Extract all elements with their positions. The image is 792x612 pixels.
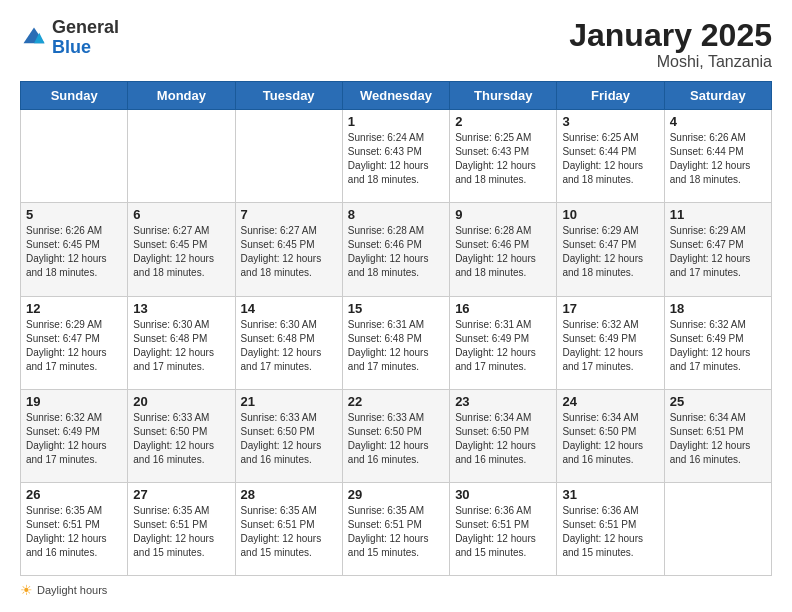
calendar-cell: 10Sunrise: 6:29 AM Sunset: 6:47 PM Dayli… <box>557 203 664 296</box>
calendar: SundayMondayTuesdayWednesdayThursdayFrid… <box>20 81 772 576</box>
day-info: Sunrise: 6:36 AM Sunset: 6:51 PM Dayligh… <box>455 504 551 560</box>
title-block: January 2025 Moshi, Tanzania <box>569 18 772 71</box>
day-number: 31 <box>562 487 658 502</box>
calendar-cell: 22Sunrise: 6:33 AM Sunset: 6:50 PM Dayli… <box>342 389 449 482</box>
day-number: 21 <box>241 394 337 409</box>
day-number: 3 <box>562 114 658 129</box>
calendar-cell: 23Sunrise: 6:34 AM Sunset: 6:50 PM Dayli… <box>450 389 557 482</box>
calendar-day-header: Thursday <box>450 82 557 110</box>
day-info: Sunrise: 6:33 AM Sunset: 6:50 PM Dayligh… <box>133 411 229 467</box>
day-number: 30 <box>455 487 551 502</box>
calendar-cell: 19Sunrise: 6:32 AM Sunset: 6:49 PM Dayli… <box>21 389 128 482</box>
day-info: Sunrise: 6:29 AM Sunset: 6:47 PM Dayligh… <box>26 318 122 374</box>
sun-icon: ☀ <box>20 582 33 598</box>
calendar-cell: 29Sunrise: 6:35 AM Sunset: 6:51 PM Dayli… <box>342 482 449 575</box>
day-info: Sunrise: 6:35 AM Sunset: 6:51 PM Dayligh… <box>133 504 229 560</box>
day-info: Sunrise: 6:27 AM Sunset: 6:45 PM Dayligh… <box>133 224 229 280</box>
day-info: Sunrise: 6:30 AM Sunset: 6:48 PM Dayligh… <box>241 318 337 374</box>
calendar-week-row: 1Sunrise: 6:24 AM Sunset: 6:43 PM Daylig… <box>21 110 772 203</box>
calendar-cell: 16Sunrise: 6:31 AM Sunset: 6:49 PM Dayli… <box>450 296 557 389</box>
day-number: 23 <box>455 394 551 409</box>
day-info: Sunrise: 6:31 AM Sunset: 6:49 PM Dayligh… <box>455 318 551 374</box>
day-info: Sunrise: 6:33 AM Sunset: 6:50 PM Dayligh… <box>241 411 337 467</box>
calendar-cell <box>235 110 342 203</box>
calendar-week-row: 12Sunrise: 6:29 AM Sunset: 6:47 PM Dayli… <box>21 296 772 389</box>
calendar-week-row: 19Sunrise: 6:32 AM Sunset: 6:49 PM Dayli… <box>21 389 772 482</box>
day-number: 20 <box>133 394 229 409</box>
day-number: 19 <box>26 394 122 409</box>
calendar-cell: 1Sunrise: 6:24 AM Sunset: 6:43 PM Daylig… <box>342 110 449 203</box>
logo: General Blue <box>20 18 119 58</box>
day-info: Sunrise: 6:34 AM Sunset: 6:50 PM Dayligh… <box>455 411 551 467</box>
calendar-cell: 14Sunrise: 6:30 AM Sunset: 6:48 PM Dayli… <box>235 296 342 389</box>
day-info: Sunrise: 6:32 AM Sunset: 6:49 PM Dayligh… <box>670 318 766 374</box>
calendar-cell: 20Sunrise: 6:33 AM Sunset: 6:50 PM Dayli… <box>128 389 235 482</box>
day-info: Sunrise: 6:36 AM Sunset: 6:51 PM Dayligh… <box>562 504 658 560</box>
calendar-week-row: 26Sunrise: 6:35 AM Sunset: 6:51 PM Dayli… <box>21 482 772 575</box>
calendar-cell: 7Sunrise: 6:27 AM Sunset: 6:45 PM Daylig… <box>235 203 342 296</box>
day-number: 8 <box>348 207 444 222</box>
logo-icon <box>20 24 48 52</box>
day-number: 4 <box>670 114 766 129</box>
page: General Blue January 2025 Moshi, Tanzani… <box>0 0 792 612</box>
calendar-cell: 2Sunrise: 6:25 AM Sunset: 6:43 PM Daylig… <box>450 110 557 203</box>
day-info: Sunrise: 6:33 AM Sunset: 6:50 PM Dayligh… <box>348 411 444 467</box>
month-title: January 2025 <box>569 18 772 53</box>
day-number: 15 <box>348 301 444 316</box>
calendar-cell: 12Sunrise: 6:29 AM Sunset: 6:47 PM Dayli… <box>21 296 128 389</box>
calendar-cell: 5Sunrise: 6:26 AM Sunset: 6:45 PM Daylig… <box>21 203 128 296</box>
day-info: Sunrise: 6:25 AM Sunset: 6:43 PM Dayligh… <box>455 131 551 187</box>
calendar-cell: 3Sunrise: 6:25 AM Sunset: 6:44 PM Daylig… <box>557 110 664 203</box>
calendar-cell: 24Sunrise: 6:34 AM Sunset: 6:50 PM Dayli… <box>557 389 664 482</box>
day-info: Sunrise: 6:35 AM Sunset: 6:51 PM Dayligh… <box>241 504 337 560</box>
day-number: 24 <box>562 394 658 409</box>
day-info: Sunrise: 6:26 AM Sunset: 6:44 PM Dayligh… <box>670 131 766 187</box>
day-info: Sunrise: 6:28 AM Sunset: 6:46 PM Dayligh… <box>455 224 551 280</box>
location-title: Moshi, Tanzania <box>569 53 772 71</box>
day-number: 17 <box>562 301 658 316</box>
calendar-cell: 21Sunrise: 6:33 AM Sunset: 6:50 PM Dayli… <box>235 389 342 482</box>
day-info: Sunrise: 6:32 AM Sunset: 6:49 PM Dayligh… <box>562 318 658 374</box>
day-info: Sunrise: 6:34 AM Sunset: 6:50 PM Dayligh… <box>562 411 658 467</box>
calendar-day-header: Monday <box>128 82 235 110</box>
calendar-cell: 30Sunrise: 6:36 AM Sunset: 6:51 PM Dayli… <box>450 482 557 575</box>
calendar-week-row: 5Sunrise: 6:26 AM Sunset: 6:45 PM Daylig… <box>21 203 772 296</box>
footer: ☀ Daylight hours <box>20 582 772 598</box>
day-number: 25 <box>670 394 766 409</box>
calendar-header-row: SundayMondayTuesdayWednesdayThursdayFrid… <box>21 82 772 110</box>
calendar-cell: 13Sunrise: 6:30 AM Sunset: 6:48 PM Dayli… <box>128 296 235 389</box>
day-number: 14 <box>241 301 337 316</box>
calendar-day-header: Wednesday <box>342 82 449 110</box>
calendar-cell: 15Sunrise: 6:31 AM Sunset: 6:48 PM Dayli… <box>342 296 449 389</box>
day-info: Sunrise: 6:24 AM Sunset: 6:43 PM Dayligh… <box>348 131 444 187</box>
day-number: 1 <box>348 114 444 129</box>
day-number: 16 <box>455 301 551 316</box>
calendar-cell: 11Sunrise: 6:29 AM Sunset: 6:47 PM Dayli… <box>664 203 771 296</box>
day-number: 2 <box>455 114 551 129</box>
calendar-day-header: Friday <box>557 82 664 110</box>
day-info: Sunrise: 6:29 AM Sunset: 6:47 PM Dayligh… <box>670 224 766 280</box>
day-number: 29 <box>348 487 444 502</box>
day-info: Sunrise: 6:34 AM Sunset: 6:51 PM Dayligh… <box>670 411 766 467</box>
calendar-cell <box>21 110 128 203</box>
calendar-cell: 8Sunrise: 6:28 AM Sunset: 6:46 PM Daylig… <box>342 203 449 296</box>
day-info: Sunrise: 6:28 AM Sunset: 6:46 PM Dayligh… <box>348 224 444 280</box>
day-info: Sunrise: 6:26 AM Sunset: 6:45 PM Dayligh… <box>26 224 122 280</box>
calendar-cell <box>664 482 771 575</box>
calendar-cell: 4Sunrise: 6:26 AM Sunset: 6:44 PM Daylig… <box>664 110 771 203</box>
day-number: 9 <box>455 207 551 222</box>
day-info: Sunrise: 6:31 AM Sunset: 6:48 PM Dayligh… <box>348 318 444 374</box>
calendar-day-header: Tuesday <box>235 82 342 110</box>
day-info: Sunrise: 6:29 AM Sunset: 6:47 PM Dayligh… <box>562 224 658 280</box>
day-number: 7 <box>241 207 337 222</box>
header: General Blue January 2025 Moshi, Tanzani… <box>20 18 772 71</box>
calendar-cell: 26Sunrise: 6:35 AM Sunset: 6:51 PM Dayli… <box>21 482 128 575</box>
day-number: 5 <box>26 207 122 222</box>
day-number: 13 <box>133 301 229 316</box>
logo-blue-text: Blue <box>52 37 91 57</box>
day-number: 10 <box>562 207 658 222</box>
calendar-cell: 9Sunrise: 6:28 AM Sunset: 6:46 PM Daylig… <box>450 203 557 296</box>
calendar-cell: 28Sunrise: 6:35 AM Sunset: 6:51 PM Dayli… <box>235 482 342 575</box>
day-number: 27 <box>133 487 229 502</box>
footer-label: Daylight hours <box>37 584 107 596</box>
